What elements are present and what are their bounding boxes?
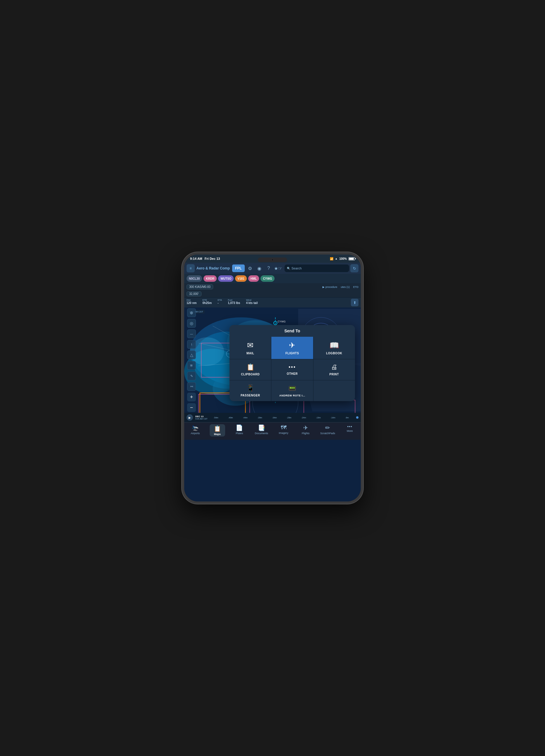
zoom-out-button[interactable]: − [187,403,196,412]
passenger-icon: 📱 [247,384,255,392]
tab-plates[interactable]: 📄 Plates [228,424,251,435]
camera-bump [258,257,287,262]
annotate-tool[interactable]: ✎ [187,372,196,380]
timeline-ticks[interactable]: -54m -49m -44m -39m -34m -29m -24m -19m … [209,417,354,419]
maps-tab-icon: 📋 [214,425,221,432]
plates-tab-label: Plates [236,432,243,435]
print-icon: 🖨 [331,363,337,371]
timeline-date-time: DEC 13 9:05 AM CST [195,415,208,420]
stat-fuel: Fuel 1,073 lbs [228,299,240,306]
favorites-button[interactable]: ★☞ [274,264,282,272]
ruler-tool[interactable]: — [187,329,196,338]
route-tool[interactable]: ⌇ [187,340,196,349]
route-waypoint-5[interactable]: CYWG [261,275,274,282]
mail-icon: ✉ [247,341,254,350]
more-tab-label: More [347,429,353,432]
scratchpads-tab-icon: ✏ [325,424,330,431]
mail-label: MAIL [247,352,254,355]
tab-scratchpads[interactable]: ✏ ScratchPads [317,424,339,435]
tab-flights[interactable]: ✈ Flights [295,424,317,435]
send-to-empty [313,380,355,401]
send-to-andrew[interactable]: 📟 ANDREW ROTE I... [271,380,313,401]
send-to-flights[interactable]: ✈ FLIGHTS [271,337,313,359]
send-to-print[interactable]: 🖨 PRINT [313,359,355,380]
top-nav: ≡ Aero & Radar Comp FPL ⚙ ◉ ? ★☞ 🔍 Searc… [184,263,361,274]
wifi-icon: 📶 [330,257,333,260]
documents-tab-label: Documents [255,432,268,435]
logbook-label: LOGBOOK [326,352,342,355]
waypoint-tool[interactable]: ⚯ [187,382,196,391]
documents-tab-icon: 📑 [258,424,265,431]
tab-documents[interactable]: 📑 Documents [251,424,273,435]
gps-tool[interactable]: ⊕ [187,308,196,317]
send-to-logbook[interactable]: 📖 LOGBOOK [313,337,355,359]
settings-button[interactable]: ⚙ [246,264,254,272]
route-waypoint-2[interactable]: WUTSO [218,275,234,282]
imagery-tab-label: Imagery [278,432,288,434]
app-logo[interactable]: ≡ [187,264,195,272]
send-to-mail[interactable]: ✉ MAIL [230,337,271,359]
altitude-chip[interactable]: 32,000' [187,291,202,296]
camera-lens [271,259,274,261]
globe-button[interactable]: ◉ [255,264,264,272]
screen: 9:14 AM Fri Dec 13 📶 ▲ 100% ≡ Aero & Rad… [184,255,361,501]
battery-percent: 100% [339,257,347,260]
print-label: PRINT [329,373,339,376]
more-tab-icon: ••• [347,424,352,429]
airspace-tool[interactable]: ⛨ [187,361,196,370]
stat-ete: ETE 0h25m [202,299,212,306]
app-name: Aero & Radar Comp [197,266,230,270]
flights-tab-label: Flights [302,432,309,435]
search-bar[interactable]: 🔍 Search [284,264,349,272]
layers-tool[interactable]: ◎ [187,319,196,328]
tab-airports[interactable]: 🛬 Airports [184,424,207,435]
timeline-position-dot[interactable] [356,416,358,419]
device: 9:14 AM Fri Dec 13 📶 ▲ 100% ≡ Aero & Rad… [182,252,363,504]
send-to-other[interactable]: ••• OTHER [271,359,313,380]
zoom-in-button[interactable]: + [187,393,196,401]
clipboard-icon: 📋 [247,363,255,371]
stat-wind: Wind 4 kts tail [246,299,258,306]
flights-label: FLIGHTS [285,352,299,355]
battery-icon [348,257,355,260]
location-icon: ▲ [335,257,338,260]
search-icon: 🔍 [287,267,290,270]
stat-eta: ETA - [218,299,222,306]
tab-imagery[interactable]: 🗺 Imagery [272,424,295,434]
map-area[interactable]: CYWG KRDR KGFK KBJI 9:05 AM CST [184,307,361,413]
scratchpads-tab-label: ScratchPads [320,432,335,435]
etd-label[interactable]: ETD [353,286,358,288]
passenger-label: PASSENGER [241,394,260,397]
terrain-tool[interactable]: △ [187,350,196,359]
andrew-label: ANDREW ROTE I... [279,394,305,397]
send-to-grid: ✉ MAIL ✈ FLIGHTS 📖 LOGBOOK 📋 CLIPBOAR [230,337,355,401]
info-row-1: 300 KIAS/M0.83 ▶ procedure utes (1) ETD [184,283,361,291]
route-waypoint-1[interactable]: KRDR [204,275,217,282]
tab-maps[interactable]: 📋 Maps [207,424,229,437]
tab-more[interactable]: ••• More [339,424,361,432]
maps-tab-label: Maps [214,433,221,436]
send-to-title: Send To [230,325,355,337]
search-placeholder: Search [291,267,302,270]
route-waypoint-3[interactable]: V181 [235,275,247,282]
send-to-clipboard[interactable]: 📋 CLIPBOARD [230,359,271,380]
fpl-button[interactable]: FPL [232,264,245,272]
speed-altitude-chip[interactable]: 300 KIAS/M0.83 [187,284,213,289]
date-display: Fri Dec 13 [205,257,220,260]
play-button[interactable]: ▶ [187,414,193,421]
timeline-bar: ▶ DEC 13 9:05 AM CST -54m -49m -44m -39m… [184,413,361,422]
procedure-label[interactable]: ▶ procedure [322,286,337,288]
send-to-passenger[interactable]: 📱 PASSENGER [230,380,271,401]
flight-stats: Dist 120 nm ETE 0h25m ETA - Fuel 1,073 l… [184,298,361,307]
share-button[interactable]: ⬆ [351,299,358,306]
route-origin[interactable]: N0CL30 [187,275,202,282]
routes-label[interactable]: utes (1) [340,286,350,288]
airports-tab-label: Airports [191,432,200,435]
help-button[interactable]: ? [265,264,273,272]
route-waypoint-4[interactable]: HML [248,275,260,282]
flights-tab-icon: ✈ [303,424,308,431]
refresh-button[interactable]: ↻ [350,264,358,272]
flights-icon: ✈ [289,341,295,350]
time-display: 9:14 AM [190,257,202,260]
airports-tab-icon: 🛬 [192,424,199,431]
